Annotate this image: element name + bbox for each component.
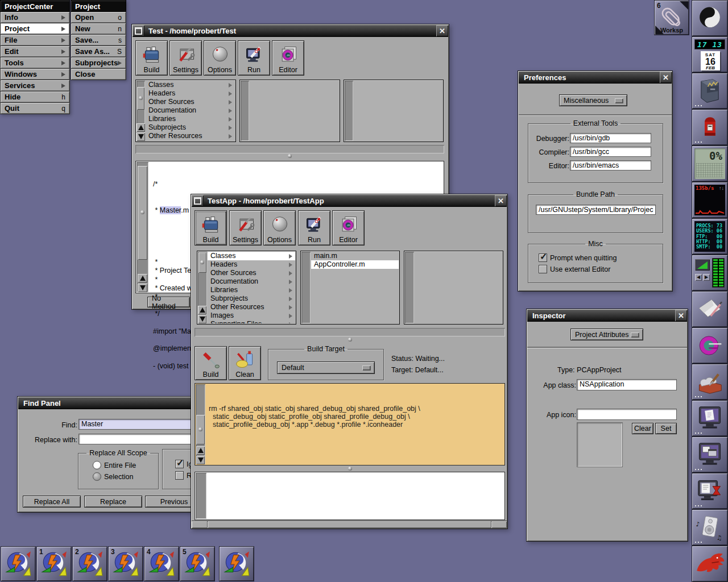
replace-all-button[interactable]: Replace All: [23, 496, 81, 508]
ignore-case-checkbox[interactable]: [175, 460, 184, 468]
menu-item-close[interactable]: Close: [71, 69, 126, 80]
workspace-clip[interactable]: 6 Worksp: [654, 0, 689, 35]
workspace-tile[interactable]: [219, 546, 254, 581]
dock-tile-screensaver[interactable]: [692, 473, 728, 509]
dock-tile-mozilla[interactable]: [692, 546, 728, 582]
menu-item-project[interactable]: Project: [0, 23, 70, 35]
dock-tile-clock[interactable]: 17 13 SAT 16 FEB: [692, 36, 728, 73]
bundle-path-input[interactable]: /usr/GNUstep/System/Library/Projec: [536, 205, 656, 215]
dock-tile-desktop-windows[interactable]: [692, 436, 728, 473]
scrollbar[interactable]: [301, 252, 311, 323]
preferences-titlebar[interactable]: Preferences: [519, 72, 672, 84]
scrollbar[interactable]: [345, 81, 353, 141]
options-toolbar-button[interactable]: Options: [204, 40, 236, 76]
prompt-quit-checkbox[interactable]: [539, 253, 547, 262]
menu-item-edit[interactable]: Edit: [0, 46, 70, 57]
close-button[interactable]: [436, 25, 448, 36]
selection-radio[interactable]: [93, 472, 101, 481]
clean-action-button[interactable]: Clean: [229, 346, 261, 380]
settings-toolbar-button[interactable]: Settings: [229, 210, 262, 246]
menu-item-hide[interactable]: Hideh: [0, 92, 70, 103]
scrollbar-knob[interactable]: [196, 415, 205, 444]
browser-row[interactable]: Images: [208, 311, 295, 320]
regexp-checkbox[interactable]: [175, 471, 184, 480]
inspector-titlebar[interactable]: Inspector: [527, 310, 687, 322]
menu-item-tools[interactable]: Tools: [0, 57, 70, 69]
mixer-left-button[interactable]: ◀: [695, 274, 702, 281]
dock-tile-cpu-monitor[interactable]: 0%: [692, 146, 728, 182]
browser-row[interactable]: Documentation: [208, 277, 295, 286]
scrollbar[interactable]: [241, 81, 249, 141]
workspace-tile[interactable]: 2: [72, 546, 107, 581]
browser-row[interactable]: Subprojects: [208, 294, 295, 303]
menu-item-file[interactable]: File: [0, 35, 70, 46]
app-icon-input[interactable]: [577, 409, 677, 420]
clear-button[interactable]: Clear: [632, 423, 653, 434]
build-log[interactable]: rm -rf shared_obj static_obj shared_debu…: [195, 383, 505, 465]
clip-next-arrow-icon[interactable]: [680, 1, 688, 10]
method-popup[interactable]: No Method: [147, 297, 190, 307]
menu-item-save[interactable]: Save...s: [71, 35, 126, 46]
miniaturize-button[interactable]: [133, 25, 144, 36]
close-button[interactable]: [660, 72, 672, 83]
browser-row[interactable]: Classes: [146, 81, 235, 89]
app-class-input[interactable]: NSApplication: [577, 379, 677, 390]
scroll-up-button[interactable]: [136, 123, 145, 132]
window-resize-bar[interactable]: [192, 521, 507, 528]
dock-tile-mixer[interactable]: ◀ ▶: [692, 255, 728, 291]
browser-row[interactable]: Subprojects: [146, 123, 235, 132]
scroll-down-button[interactable]: [138, 284, 147, 292]
menu-item-open[interactable]: Openo: [71, 12, 126, 23]
editor-toolbar-button[interactable]: .m Editor: [332, 210, 365, 246]
browser-row[interactable]: Classes: [208, 252, 295, 260]
dock-tile-file-cabinet[interactable]: [692, 73, 728, 109]
project-submenu-title[interactable]: Project: [71, 0, 126, 12]
menu-item-save-as[interactable]: Save As...S: [71, 46, 126, 57]
replace-button[interactable]: Replace: [84, 496, 142, 508]
editor-input[interactable]: /usr/bin/emacs: [570, 160, 651, 171]
browser-row[interactable]: Other Resources: [146, 132, 235, 140]
menu-item-quit[interactable]: Quitq: [0, 103, 70, 114]
dock-tile-postbox[interactable]: [692, 109, 728, 146]
app-icon-well[interactable]: [577, 422, 623, 467]
menu-item-windows[interactable]: Windows: [0, 69, 70, 80]
compiler-input[interactable]: /usr/bin/gcc: [570, 147, 651, 157]
scroll-up-button[interactable]: [138, 274, 147, 282]
scrollbar[interactable]: [196, 473, 206, 519]
dock-tile-builder[interactable]: [692, 364, 728, 400]
dock-tile-document-viewer[interactable]: [692, 400, 728, 436]
dock-tile-mail[interactable]: [692, 291, 728, 327]
browser-row[interactable]: Libraries: [208, 286, 295, 294]
dock-tile-sound[interactable]: ♪♫: [692, 509, 728, 546]
horizontal-scrollbar[interactable]: [135, 145, 444, 153]
scrollbar-knob[interactable]: [198, 252, 206, 273]
preferences-section-popup[interactable]: Miscellaneous: [559, 94, 627, 106]
browser-row[interactable]: Headers: [208, 260, 295, 269]
scroll-down-button[interactable]: [196, 456, 205, 464]
build-action-button[interactable]: Build: [195, 346, 227, 380]
close-button[interactable]: [675, 310, 687, 321]
scroll-up-button[interactable]: [198, 306, 206, 314]
menu-item-services[interactable]: Services: [0, 80, 70, 92]
browser-row[interactable]: main.m: [311, 252, 399, 260]
editor-toolbar-button[interactable]: .m Editor: [272, 40, 304, 76]
close-button[interactable]: [495, 195, 507, 206]
splitter-dimple[interactable]: [288, 154, 292, 158]
run-toolbar-button[interactable]: Run: [298, 210, 330, 246]
splitter-dimple[interactable]: [348, 338, 352, 342]
browser-row[interactable]: Other Sources: [146, 98, 235, 106]
workspace-tile[interactable]: [1, 546, 36, 581]
workspace-tile[interactable]: 4: [144, 546, 179, 581]
output-area[interactable]: [195, 472, 505, 520]
browser-row[interactable]: Other Sources: [208, 269, 295, 277]
scroll-down-button[interactable]: [198, 315, 206, 323]
workspace-tile[interactable]: 1: [36, 546, 72, 581]
entire-file-radio[interactable]: [93, 461, 101, 469]
browser-row[interactable]: Supporting Files: [208, 320, 295, 323]
dock-tile-system-stats[interactable]: PROCS: 73USERS: 06FTP: 00HTTP: 00SMTP: 0…: [692, 218, 728, 255]
debugger-input[interactable]: /usr/bin/gdb: [570, 133, 651, 143]
options-toolbar-button[interactable]: Options: [263, 210, 296, 246]
workspace-tile[interactable]: 5: [180, 546, 215, 581]
browser-row[interactable]: AppController.m: [311, 260, 399, 269]
build-toolbar-button[interactable]: Build: [135, 40, 168, 76]
